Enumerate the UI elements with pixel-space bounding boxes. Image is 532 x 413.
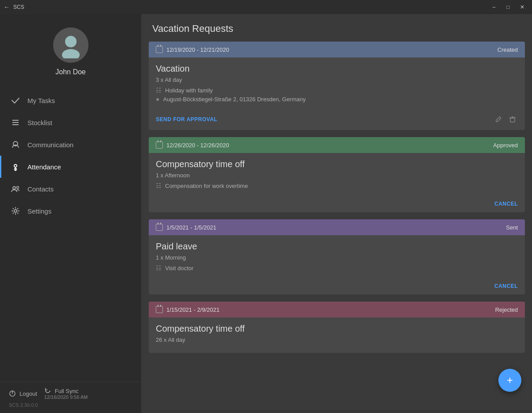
cancel-button-2[interactable]: CANCEL <box>487 197 525 212</box>
card-type-4: Compensatory time off <box>156 324 518 334</box>
card-header-2: 12/26/2020 - 12/26/2020 Approved <box>149 137 525 153</box>
card-notes-3: ☷ Visit doctor <box>156 264 518 272</box>
location-icon-1: ● <box>156 96 159 103</box>
card-notes-2: ☷ Compensation for work overtime <box>156 182 518 189</box>
cancel-button-3[interactable]: CANCEL <box>487 279 525 294</box>
avatar <box>53 27 89 63</box>
sidebar-item-settings[interactable]: Settings <box>0 200 141 222</box>
sidebar-profile: John Doe <box>0 14 141 85</box>
notes-icon-3: ☷ <box>156 264 162 272</box>
card-date-range-1: 12/19/2020 - 12/21/2020 <box>156 46 229 53</box>
communication-icon <box>11 140 20 149</box>
back-icon[interactable]: ← <box>4 4 10 11</box>
card-date-range-2: 12/26/2020 - 12/26/2020 <box>156 141 229 149</box>
nav-label-my-tasks: My Tasks <box>27 97 55 104</box>
contacts-icon <box>11 184 20 194</box>
sidebar-footer: Logout Full Sync 12/16/2020 9:56 AM SCS … <box>0 382 141 413</box>
nav-label-stocklist: Stocklist <box>27 119 52 126</box>
footer-actions: Logout Full Sync 12/16/2020 9:56 AM <box>9 387 132 400</box>
delete-icon <box>509 116 516 123</box>
cards-container: 12/19/2020 - 12/21/2020 Created Vacation… <box>142 42 532 413</box>
app-version: SCS 2.30.0.0 <box>9 402 132 408</box>
svg-point-13 <box>14 210 17 212</box>
card-body-2: Compensatory time off 1 x Afternoon ☷ Co… <box>149 153 525 197</box>
card-status-3: Sent <box>506 224 518 231</box>
card-actions-1: SEND FOR APPROVAL <box>149 111 525 130</box>
user-name: John Doe <box>55 68 86 76</box>
add-request-fab[interactable]: + <box>498 369 521 392</box>
sidebar-item-contacts[interactable]: Contacts <box>0 178 141 200</box>
date-range-text-2: 12/26/2020 - 12/26/2020 <box>166 142 229 149</box>
page-title: Vacation Requests <box>152 23 521 34</box>
calendar-icon-2 <box>156 141 163 149</box>
card-type-3: Paid leave <box>156 241 518 252</box>
card-status-4: Rejected <box>495 306 518 313</box>
card-body-4: Compensatory time off 26 x All day <box>149 317 525 353</box>
logout-button[interactable]: Logout <box>9 390 37 397</box>
svg-point-0 <box>65 36 77 47</box>
card-body-1: Vacation 3 x All day ☷ Holiday with fami… <box>149 57 525 111</box>
notes-text-3: Visit doctor <box>165 265 193 272</box>
list-icon <box>11 118 20 127</box>
card-status-1: Created <box>497 46 518 53</box>
notes-text-1: Holiday with family <box>165 87 213 94</box>
calendar-icon-1 <box>156 46 163 53</box>
request-card-4: 1/15/2021 - 2/9/2021 Rejected Compensato… <box>149 302 525 353</box>
logout-label: Logout <box>19 390 37 397</box>
card-header-1: 12/19/2020 - 12/21/2020 Created <box>149 42 525 57</box>
window-controls: – □ ✕ <box>488 3 528 11</box>
svg-rect-16 <box>510 118 515 122</box>
sync-button[interactable]: Full Sync <box>44 387 88 394</box>
svg-point-11 <box>13 187 15 189</box>
svg-point-1 <box>62 49 80 58</box>
sidebar-item-communication[interactable]: Communication <box>0 134 141 156</box>
card-date-range-3: 1/5/2021 - 1/5/2021 <box>156 224 216 231</box>
main-content: Vacation Requests 12/19/2020 - 12/21/202… <box>142 14 532 413</box>
date-range-text-3: 1/5/2021 - 1/5/2021 <box>166 224 216 231</box>
maximize-button[interactable]: □ <box>502 3 514 11</box>
card-count-3: 1 x Morning <box>156 254 518 261</box>
nav-label-settings: Settings <box>27 207 51 215</box>
nav-label-contacts: Contacts <box>27 185 54 193</box>
svg-point-12 <box>17 187 19 189</box>
main-wrapper: Vacation Requests 12/19/2020 - 12/21/202… <box>142 14 532 413</box>
logout-icon <box>9 390 16 397</box>
card-type-1: Vacation <box>156 64 518 74</box>
delete-button-1[interactable] <box>507 114 518 125</box>
title-bar: ← SCS – □ ✕ <box>0 0 532 14</box>
request-card-2: 12/26/2020 - 12/26/2020 Approved Compens… <box>149 137 525 212</box>
sidebar-nav: My Tasks Stocklist <box>0 85 141 382</box>
card-edit-delete-1 <box>493 114 518 125</box>
app-body: John Doe My Tasks <box>0 14 532 413</box>
card-type-2: Compensatory time off <box>156 159 518 169</box>
send-approval-button[interactable]: SEND FOR APPROVAL <box>156 116 217 122</box>
sync-label: Full Sync <box>55 388 78 394</box>
date-range-text-1: 12/19/2020 - 12/21/2020 <box>166 46 229 53</box>
minimize-button[interactable]: – <box>488 3 500 11</box>
edit-button-1[interactable] <box>493 114 504 125</box>
sidebar-item-attendance[interactable]: Attendance <box>0 156 141 178</box>
page-header: Vacation Requests <box>142 14 532 42</box>
sync-time: 12/16/2020 9:56 AM <box>44 394 88 400</box>
calendar-icon-4 <box>156 306 163 313</box>
full-sync-info: Full Sync 12/16/2020 9:56 AM <box>44 387 88 400</box>
settings-icon <box>11 206 20 216</box>
title-bar-left: ← SCS <box>4 4 24 11</box>
nav-label-communication: Communication <box>27 141 73 149</box>
nav-label-attendance: Attendance <box>27 163 61 171</box>
sidebar: John Doe My Tasks <box>0 14 142 413</box>
card-header-3: 1/5/2021 - 1/5/2021 Sent <box>149 219 525 235</box>
sidebar-item-my-tasks[interactable]: My Tasks <box>0 89 141 111</box>
card-header-4: 1/15/2021 - 2/9/2021 Rejected <box>149 302 525 317</box>
card-status-2: Approved <box>493 142 518 149</box>
app-title: SCS <box>13 4 24 10</box>
sidebar-item-stocklist[interactable]: Stocklist <box>0 111 141 134</box>
sync-icon <box>44 387 51 394</box>
request-card-3: 1/5/2021 - 1/5/2021 Sent Paid leave 1 x … <box>149 219 525 294</box>
date-range-text-4: 1/15/2021 - 2/9/2021 <box>166 306 220 313</box>
card-date-range-4: 1/15/2021 - 2/9/2021 <box>156 306 220 313</box>
close-button[interactable]: ✕ <box>516 3 528 11</box>
card-count-2: 1 x Afternoon <box>156 172 518 179</box>
notes-icon-2: ☷ <box>156 182 162 189</box>
attendance-icon <box>11 162 20 172</box>
